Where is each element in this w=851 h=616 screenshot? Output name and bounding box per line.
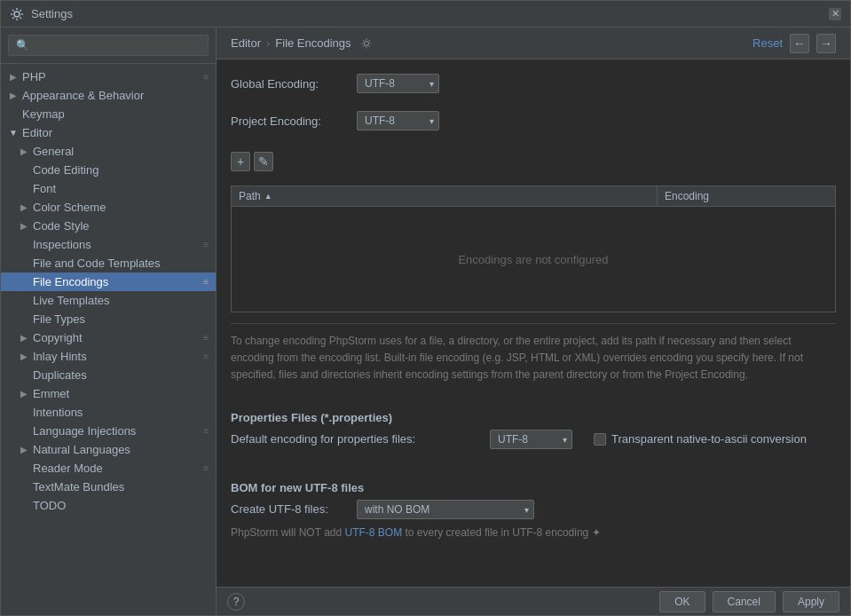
sidebar-item-editor[interactable]: ▼ Editor [1,123,216,142]
main-content: Editor › File Encodings Reset ← → [217,28,850,587]
properties-section: Properties Files (*.properties) Default … [231,404,836,456]
info-text: To change encoding PhpStorm uses for a f… [231,333,836,384]
sidebar-item-label-code-style: Code Style [33,219,90,233]
expand-arrow-color-scheme: ▶ [19,202,29,213]
sidebar-item-label-live-templates: Live Templates [33,294,109,307]
sidebar-item-label-font: Font [33,182,56,195]
sidebar-item-duplicates[interactable]: Duplicates [1,366,216,384]
expand-arrow-copyright: ▶ [19,333,29,344]
sidebar-item-inlay-hints[interactable]: ▶ Inlay Hints ≡ [1,347,216,366]
sidebar: ▶ PHP ≡ ▶ Appearance & Behavior Keymap ▼… [1,28,217,615]
expand-arrow-general: ▶ [19,146,29,157]
breadcrumb-separator: › [266,36,270,50]
sidebar-item-inspections[interactable]: Inspections ≡ [1,235,216,254]
sort-arrow-path: ▲ [264,192,272,201]
bottom-buttons: OK Cancel Apply [659,591,839,612]
sidebar-item-copyright[interactable]: ▶ Copyright ≡ [1,328,216,347]
header-actions: Reset ← → [753,34,836,53]
sidebar-item-label-emmet: Emmet [33,387,69,400]
main-content-wrapper: Editor › File Encodings Reset ← → [217,28,850,615]
sidebar-item-textmate-bundles[interactable]: TextMate Bundles [1,478,216,496]
sidebar-item-appearance[interactable]: ▶ Appearance & Behavior [1,86,216,105]
nav-forward-button[interactable]: → [816,34,836,53]
sidebar-item-php[interactable]: ▶ PHP ≡ [1,67,216,86]
sidebar-item-general[interactable]: ▶ General [1,142,216,161]
bottom-bar: ? OK Cancel Apply [217,587,850,615]
config-icon-php: ≡ [203,72,209,82]
settings-icon [10,7,24,21]
sidebar-item-code-editing[interactable]: Code Editing [1,161,216,179]
sidebar-item-label-inspections: Inspections [33,238,91,251]
sidebar-item-keymap[interactable]: Keymap [1,105,216,123]
global-encoding-select-wrapper: UTF-8 ISO-8859-1 UTF-16 [357,74,439,93]
expand-arrow-code-style: ▶ [19,221,29,232]
title-bar: Settings ✕ [1,1,850,28]
close-button[interactable]: ✕ [829,8,841,20]
transparent-checkbox[interactable] [594,433,606,446]
add-path-button[interactable]: + [231,152,250,171]
project-encoding-row: Project Encoding: UTF-8 ISO-8859-1 UTF-1… [231,111,836,130]
global-encoding-select[interactable]: UTF-8 ISO-8859-1 UTF-16 [357,74,439,93]
ok-button[interactable]: OK [659,591,705,612]
toolbar-row: + ✎ [231,152,836,171]
encodings-table: Path ▲ Encoding Encodings are not config… [231,186,836,312]
config-icon-language-injections: ≡ [203,426,209,436]
expand-arrow-natural-languages: ▶ [19,445,29,455]
reset-button[interactable]: Reset [753,36,783,50]
cancel-button[interactable]: Cancel [713,591,776,612]
sidebar-item-label-inlay-hints: Inlay Hints [33,350,87,363]
sidebar-item-reader-mode[interactable]: Reader Mode ≡ [1,459,216,478]
properties-encoding-label: Default encoding for properties files: [231,432,479,446]
nav-back-button[interactable]: ← [790,34,809,53]
sidebar-item-label-todo: TODO [33,499,66,512]
sidebar-item-emmet[interactable]: ▶ Emmet [1,384,216,403]
search-input[interactable] [8,35,209,56]
bom-link[interactable]: UTF-8 BOM [345,526,403,539]
bom-note: PhpStorm will NOT add UTF-8 BOM to every… [231,526,836,539]
bom-section: BOM for new UTF-8 files Create UTF-8 fil… [231,474,836,539]
edit-path-button[interactable]: ✎ [254,152,273,171]
sidebar-item-code-style[interactable]: ▶ Code Style [1,217,216,235]
bom-select[interactable]: with NO BOM with BOM with BOM (Mac/Linux… [357,500,534,519]
main-header: Editor › File Encodings Reset ← → [217,28,850,59]
project-encoding-label: Project Encoding: [231,115,346,128]
sidebar-item-file-encodings[interactable]: File Encodings ≡ [1,272,216,291]
transparent-label: Transparent native-to-ascii conversion [611,432,807,446]
dialog-body: ▶ PHP ≡ ▶ Appearance & Behavior Keymap ▼… [1,28,850,615]
sidebar-item-natural-languages[interactable]: ▶ Natural Languages [1,440,216,459]
sidebar-item-label-reader-mode: Reader Mode [33,462,103,475]
sidebar-item-label-editor: Editor [22,126,52,139]
encoding-column-header: Encoding [658,186,835,206]
global-encoding-row: Global Encoding: UTF-8 ISO-8859-1 UTF-16 [231,74,836,93]
properties-encoding-select-wrapper: UTF-8 ISO-8859-1 [490,430,572,449]
expand-arrow-inlay-hints: ▶ [19,351,29,362]
path-column-header: Path ▲ [232,186,658,206]
bom-select-row: Create UTF-8 files: with NO BOM with BOM… [231,500,836,519]
table-header: Path ▲ Encoding [231,186,836,206]
sidebar-item-font[interactable]: Font [1,179,216,198]
config-icon-copyright: ≡ [203,333,209,343]
sidebar-item-live-templates[interactable]: Live Templates [1,291,216,310]
sidebar-item-file-types[interactable]: File Types [1,310,216,328]
sidebar-item-file-code-templates[interactable]: File and Code Templates [1,254,216,272]
sidebar-item-label-textmate-bundles: TextMate Bundles [33,480,124,494]
sidebar-item-label-copyright: Copyright [33,331,83,344]
table-body-empty: Encodings are not configured [231,206,836,312]
sidebar-item-label-php: PHP [22,70,46,83]
breadcrumb: Editor › File Encodings [231,36,753,50]
config-icon-file-encodings: ≡ [203,277,209,287]
sidebar-item-language-injections[interactable]: Language Injections ≡ [1,422,216,440]
sidebar-item-label-file-types: File Types [33,312,85,326]
sidebar-item-label-general: General [33,145,74,158]
help-button[interactable]: ? [227,593,245,611]
window-title: Settings [31,7,829,20]
apply-button[interactable]: Apply [783,591,839,612]
sidebar-item-color-scheme[interactable]: ▶ Color Scheme [1,198,216,217]
sidebar-item-intentions[interactable]: Intentions [1,403,216,422]
transparent-checkbox-wrapper: Transparent native-to-ascii conversion [594,432,807,446]
sidebar-item-label-language-injections: Language Injections [33,424,136,438]
content-area: Global Encoding: UTF-8 ISO-8859-1 UTF-16… [217,59,850,587]
properties-encoding-select[interactable]: UTF-8 ISO-8859-1 [490,430,572,449]
sidebar-item-todo[interactable]: TODO [1,496,216,515]
project-encoding-select[interactable]: UTF-8 ISO-8859-1 UTF-16 [357,111,439,130]
